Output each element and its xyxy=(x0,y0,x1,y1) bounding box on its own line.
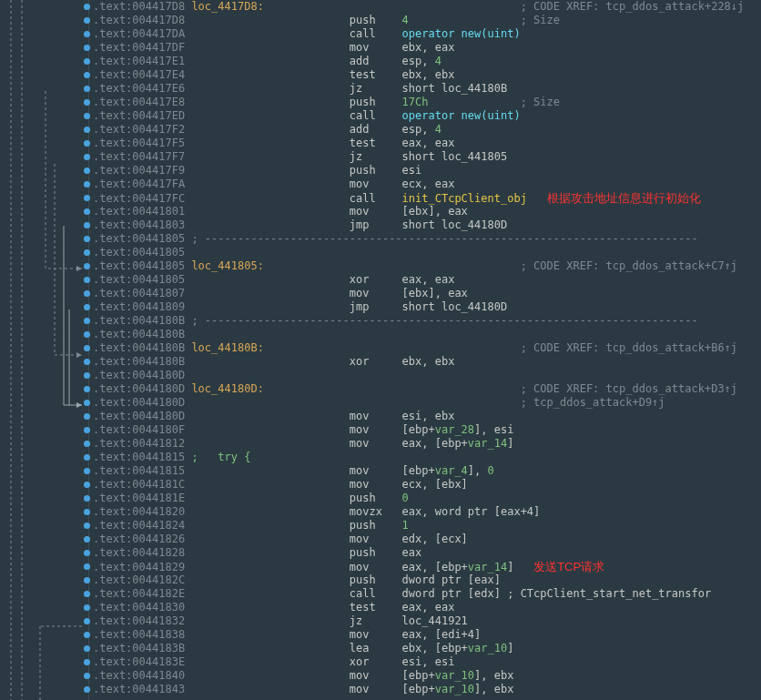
breakpoint-dot[interactable] xyxy=(84,86,90,92)
breakpoint-dot[interactable] xyxy=(84,140,90,147)
breakpoint-dot[interactable] xyxy=(84,208,90,215)
breakpoint-dot[interactable] xyxy=(84,290,90,297)
breakpoint-dot[interactable] xyxy=(84,304,90,310)
asm-line[interactable]: .text:00441838 mov eax, [edi+4] xyxy=(93,628,761,642)
asm-line[interactable]: .text:00441820 movzx eax, word ptr [eax+… xyxy=(93,505,761,519)
asm-line[interactable]: .text:004417F9 push esi xyxy=(93,164,761,178)
asm-line[interactable]: .text:004417F7 jz short loc_441805 xyxy=(93,150,761,164)
asm-line[interactable]: .text:00441803 jmp short loc_44180D xyxy=(93,218,761,232)
asm-line[interactable]: .text:0044180D xyxy=(93,369,761,382)
breakpoint-dot[interactable] xyxy=(84,536,90,543)
breakpoint-dot[interactable] xyxy=(84,167,90,174)
asm-line[interactable]: .text:004417FC call init_CTcpClient_obj … xyxy=(93,191,761,205)
asm-line[interactable]: .text:0044180B ; -----------------------… xyxy=(93,314,761,328)
breakpoint-dot[interactable] xyxy=(84,277,90,283)
disassembly-listing[interactable]: .text:004417D8 loc_4417D8: ; CODE XREF: … xyxy=(89,0,761,696)
asm-line[interactable]: .text:0044180B xyxy=(93,328,761,341)
asm-line[interactable]: .text:0044180F mov [ebp+var_28], esi xyxy=(93,423,761,437)
asm-line[interactable]: .text:0044180B xor ebx, ebx xyxy=(93,355,761,369)
asm-line[interactable]: .text:0044180D ; tcp_ddos_attack+D9↑j xyxy=(93,396,761,410)
breakpoint-dot[interactable] xyxy=(84,686,90,693)
asm-line[interactable]: .text:00441826 mov edx, [ecx] xyxy=(93,533,761,546)
asm-line[interactable]: .text:004417DF mov ebx, eax xyxy=(93,41,761,55)
asm-line[interactable]: .text:00441828 push eax xyxy=(93,546,761,560)
asm-line[interactable]: .text:00441809 jmp short loc_44180D xyxy=(93,300,761,314)
breakpoint-dot[interactable] xyxy=(84,618,90,624)
asm-line[interactable]: .text:0044181C mov ecx, [ebx] xyxy=(93,478,761,492)
breakpoint-dot[interactable] xyxy=(84,632,90,638)
breakpoint-dot[interactable] xyxy=(84,673,90,679)
breakpoint-dot[interactable] xyxy=(84,58,90,65)
asm-line[interactable]: .text:00441801 mov [ebx], eax xyxy=(93,205,761,218)
asm-line[interactable]: .text:004417E6 jz short loc_44180B xyxy=(93,82,761,96)
breakpoint-dot[interactable] xyxy=(84,454,90,461)
breakpoint-dot[interactable] xyxy=(84,591,90,597)
asm-line[interactable]: .text:004417DA call operator new(uint) xyxy=(93,27,761,41)
breakpoint-dot[interactable] xyxy=(84,331,90,338)
asm-line[interactable]: .text:004417FA mov ecx, eax xyxy=(93,178,761,191)
breakpoint-dot[interactable] xyxy=(84,577,90,583)
breakpoint-dot[interactable] xyxy=(84,645,90,652)
breakpoint-dot[interactable] xyxy=(84,482,90,488)
asm-line[interactable]: .text:004417ED call operator new(uint) xyxy=(93,109,761,123)
breakpoint-dot[interactable] xyxy=(84,427,90,433)
breakpoint-dot[interactable] xyxy=(84,263,90,269)
asm-line[interactable]: .text:0044181E push 0 xyxy=(93,492,761,505)
breakpoint-dot[interactable] xyxy=(84,468,90,474)
asm-line[interactable]: .text:00441843 mov [ebp+var_10], ebx xyxy=(93,683,761,696)
breakpoint-dot[interactable] xyxy=(84,441,90,447)
asm-line[interactable]: .text:00441815 mov [ebp+var_4], 0 xyxy=(93,464,761,478)
asm-line[interactable]: .text:00441805 xyxy=(93,246,761,259)
asm-line[interactable]: .text:004417E1 add esp, 4 xyxy=(93,55,761,68)
asm-line[interactable]: .text:00441807 mov [ebx], eax xyxy=(93,287,761,300)
breakpoint-dot[interactable] xyxy=(84,345,90,351)
breakpoint-dot[interactable] xyxy=(84,45,90,51)
asm-line[interactable]: .text:00441824 push 1 xyxy=(93,519,761,533)
asm-line[interactable]: .text:00441812 mov eax, [ebp+var_14] xyxy=(93,437,761,451)
asm-line[interactable]: .text:0044180D mov esi, ebx xyxy=(93,410,761,423)
asm-line[interactable]: .text:00441832 jz loc_441921 xyxy=(93,614,761,628)
asm-line[interactable]: .text:00441805 ; -----------------------… xyxy=(93,232,761,246)
breakpoint-dot[interactable] xyxy=(84,181,90,188)
asm-line[interactable]: .text:00441829 mov eax, [ebp+var_14] 发送T… xyxy=(93,560,761,573)
asm-line[interactable]: .text:0044183E xor esi, esi xyxy=(93,655,761,669)
asm-line[interactable]: .text:00441805 xor eax, eax xyxy=(93,273,761,287)
breakpoint-dot[interactable] xyxy=(84,249,90,256)
breakpoint-dot[interactable] xyxy=(84,659,90,665)
breakpoint-dot[interactable] xyxy=(84,522,90,529)
asm-line[interactable]: .text:004417E4 test ebx, ebx xyxy=(93,68,761,82)
breakpoint-dot[interactable] xyxy=(84,359,90,365)
breakpoint-dot[interactable] xyxy=(84,550,90,556)
breakpoint-dot[interactable] xyxy=(84,372,90,379)
breakpoint-dot[interactable] xyxy=(84,509,90,515)
breakpoint-dot[interactable] xyxy=(84,31,90,37)
asm-line[interactable]: .text:0044183B lea ebx, [ebp+var_10] xyxy=(93,642,761,655)
breakpoint-dot[interactable] xyxy=(84,604,90,611)
asm-line[interactable]: .text:004417D8 push 4 ; Size xyxy=(93,14,761,27)
breakpoint-dot[interactable] xyxy=(84,318,90,324)
breakpoint-dot[interactable] xyxy=(84,195,90,201)
asm-line[interactable]: .text:004417E8 push 17Ch ; Size xyxy=(93,96,761,109)
asm-line[interactable]: .text:004417D8 loc_4417D8: ; CODE XREF: … xyxy=(93,0,761,14)
asm-line[interactable]: .text:0044182E call dword ptr [edx] ; CT… xyxy=(93,587,761,601)
breakpoint-dot[interactable] xyxy=(84,386,90,392)
asm-line[interactable]: .text:00441840 mov [ebp+var_10], ebx xyxy=(93,669,761,683)
breakpoint-dot[interactable] xyxy=(84,154,90,160)
asm-line[interactable]: .text:0044180B loc_44180B: ; CODE XREF: … xyxy=(93,341,761,355)
breakpoint-dot[interactable] xyxy=(84,495,90,502)
breakpoint-dot[interactable] xyxy=(84,400,90,406)
breakpoint-dot[interactable] xyxy=(84,127,90,133)
asm-line[interactable]: .text:0044180D loc_44180D: ; CODE XREF: … xyxy=(93,382,761,396)
breakpoint-dot[interactable] xyxy=(84,563,90,570)
asm-line[interactable]: .text:0044182C push dword ptr [eax] xyxy=(93,573,761,587)
asm-line[interactable]: .text:00441805 loc_441805: ; CODE XREF: … xyxy=(93,259,761,273)
breakpoint-dot[interactable] xyxy=(84,222,90,228)
asm-line[interactable]: .text:004417F5 test eax, eax xyxy=(93,137,761,150)
asm-line[interactable]: .text:004417F2 add esp, 4 xyxy=(93,123,761,137)
breakpoint-dot[interactable] xyxy=(84,413,90,420)
breakpoint-dot[interactable] xyxy=(84,113,90,119)
asm-line[interactable]: .text:00441815 ; try { xyxy=(93,451,761,464)
breakpoint-dot[interactable] xyxy=(84,4,90,10)
asm-line[interactable]: .text:00441830 test eax, eax xyxy=(93,601,761,614)
breakpoint-dot[interactable] xyxy=(84,72,90,78)
